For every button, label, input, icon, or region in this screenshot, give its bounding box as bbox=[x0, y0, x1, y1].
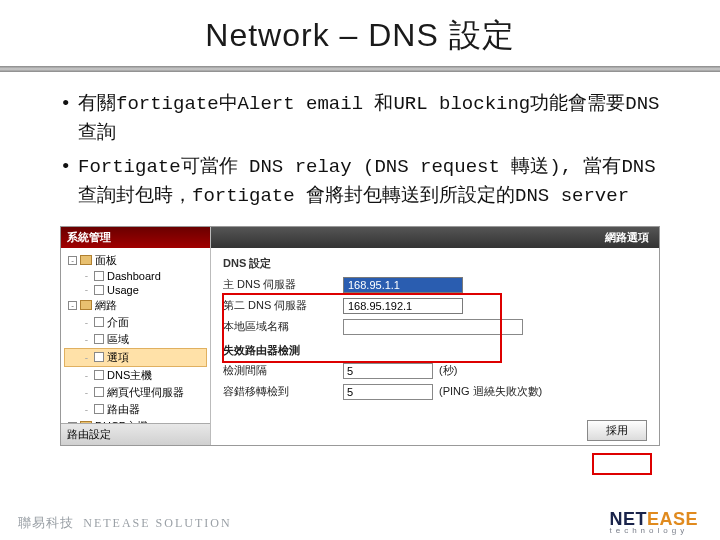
page-icon bbox=[94, 370, 104, 380]
primary-dns-field[interactable]: 168.95.1.1 bbox=[343, 277, 463, 293]
brand-logo: NETEASE technology bbox=[609, 511, 698, 534]
page-tab-bar: 網路選項 bbox=[211, 227, 659, 248]
tree-connector-icon: - bbox=[82, 334, 91, 345]
bullet-item: Fortigate可當作 DNS relay (DNS request 轉送),… bbox=[78, 153, 660, 212]
page-icon bbox=[94, 271, 104, 281]
tree-label: 路由器 bbox=[107, 402, 140, 417]
tree-label: 網路 bbox=[95, 298, 117, 313]
highlight-frame-apply bbox=[592, 453, 652, 475]
sidebar: 系統管理 - 面板 - Dashboard - Usage - 網路 bbox=[61, 227, 211, 445]
primary-dns-row: 主 DNS 伺服器 168.95.1.1 bbox=[223, 277, 647, 293]
slide-title: Network – DNS 設定 bbox=[0, 0, 720, 66]
nav-tree: - 面板 - Dashboard - Usage - 網路 - bbox=[61, 248, 210, 423]
folder-icon bbox=[80, 255, 92, 265]
secondary-dns-row: 第二 DNS 伺服器 168.95.192.1 bbox=[223, 298, 647, 314]
tree-connector-icon: - bbox=[82, 317, 91, 328]
bullet-list: 有關fortigate中Alert email 和URL blocking功能會… bbox=[0, 90, 720, 212]
secondary-dns-label: 第二 DNS 伺服器 bbox=[223, 298, 343, 313]
tree-connector-icon: - bbox=[82, 352, 91, 363]
tree-label: Dashboard bbox=[107, 270, 161, 282]
footer-zh: 聯易科技 bbox=[18, 515, 74, 530]
tree-connector-icon: - bbox=[82, 284, 91, 295]
tree-connector-icon: - bbox=[82, 404, 91, 415]
apply-bar: 採用 bbox=[211, 416, 659, 445]
interval-unit: (秒) bbox=[439, 363, 457, 378]
tree-node-options[interactable]: - 選項 bbox=[64, 348, 207, 367]
sidebar-footer[interactable]: 路由設定 bbox=[61, 423, 210, 445]
brand-tagline: technology bbox=[609, 527, 698, 534]
tree-label: 介面 bbox=[107, 315, 129, 330]
tree-node-zone[interactable]: - 區域 bbox=[64, 331, 207, 348]
main-pane: 網路選項 DNS 設定 主 DNS 伺服器 168.95.1.1 第二 DNS … bbox=[211, 227, 659, 445]
tree-label: 區域 bbox=[107, 332, 129, 347]
page-icon bbox=[94, 352, 104, 362]
secondary-dns-field[interactable]: 168.95.192.1 bbox=[343, 298, 463, 314]
tree-label: 選項 bbox=[107, 350, 129, 365]
failover-label: 容錯移轉檢到 bbox=[223, 384, 343, 399]
fortigate-screenshot: 系統管理 - 面板 - Dashboard - Usage - 網路 bbox=[60, 226, 660, 446]
interval-field[interactable]: 5 bbox=[343, 363, 433, 379]
local-domain-label: 本地區域名稱 bbox=[223, 319, 343, 334]
tree-node-routing[interactable]: - 路由器 bbox=[64, 401, 207, 418]
tree-node-dashboard-group[interactable]: - 面板 bbox=[64, 252, 207, 269]
page-icon bbox=[94, 317, 104, 327]
local-domain-field[interactable] bbox=[343, 319, 523, 335]
gateway-section-title: 失效路由器檢測 bbox=[223, 343, 647, 358]
tree-node-explicit-proxy[interactable]: - 網頁代理伺服器 bbox=[64, 384, 207, 401]
tree-label: 網頁代理伺服器 bbox=[107, 385, 184, 400]
page-icon bbox=[94, 404, 104, 414]
collapse-icon[interactable]: - bbox=[68, 301, 77, 310]
apply-button[interactable]: 採用 bbox=[587, 420, 647, 441]
dns-section-title: DNS 設定 bbox=[223, 256, 647, 271]
collapse-icon[interactable]: - bbox=[68, 256, 77, 265]
tree-connector-icon: - bbox=[82, 270, 91, 281]
page-icon bbox=[94, 334, 104, 344]
tree-node-dashboard[interactable]: - Dashboard bbox=[64, 269, 207, 283]
bullet-item: 有關fortigate中Alert email 和URL blocking功能會… bbox=[78, 90, 660, 149]
failover-row: 容錯移轉檢到 5 (PING 迴繞失敗次數) bbox=[223, 384, 647, 400]
tree-label: Usage bbox=[107, 284, 139, 296]
form-area: DNS 設定 主 DNS 伺服器 168.95.1.1 第二 DNS 伺服器 1… bbox=[211, 248, 659, 416]
tree-label: DNS主機 bbox=[107, 368, 152, 383]
footer-company: 聯易科技 NETEASE SOLUTION bbox=[18, 514, 232, 532]
page-icon bbox=[94, 285, 104, 295]
folder-icon bbox=[80, 300, 92, 310]
tree-connector-icon: - bbox=[82, 370, 91, 381]
tree-node-interface[interactable]: - 介面 bbox=[64, 314, 207, 331]
local-domain-row: 本地區域名稱 bbox=[223, 319, 647, 335]
failover-field[interactable]: 5 bbox=[343, 384, 433, 400]
tree-connector-icon: - bbox=[82, 387, 91, 398]
primary-dns-label: 主 DNS 伺服器 bbox=[223, 277, 343, 292]
interval-label: 檢測間隔 bbox=[223, 363, 343, 378]
interval-row: 檢測間隔 5 (秒) bbox=[223, 363, 647, 379]
tree-label: 面板 bbox=[95, 253, 117, 268]
tree-node-network-group[interactable]: - 網路 bbox=[64, 297, 207, 314]
tree-node-dns-table[interactable]: - DNS主機 bbox=[64, 367, 207, 384]
footer-en: NETEASE SOLUTION bbox=[83, 516, 231, 530]
sidebar-header: 系統管理 bbox=[61, 227, 210, 248]
failover-unit: (PING 迴繞失敗次數) bbox=[439, 384, 542, 399]
tree-node-usage[interactable]: - Usage bbox=[64, 283, 207, 297]
title-underline bbox=[0, 66, 720, 72]
page-icon bbox=[94, 387, 104, 397]
